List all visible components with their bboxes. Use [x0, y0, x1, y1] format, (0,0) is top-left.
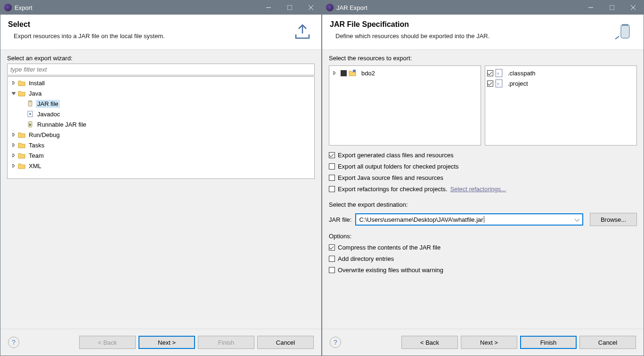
chevron-right-icon[interactable] [10, 131, 17, 138]
checkbox[interactable] [329, 256, 335, 262]
wizard-tree[interactable]: Install Java JAR file Javadoc Run [7, 76, 315, 179]
chevron-right-icon[interactable] [10, 80, 17, 86]
checkbox[interactable] [329, 267, 335, 273]
chevron-down-icon[interactable] [10, 90, 17, 97]
maximize-button[interactable] [279, 0, 300, 15]
folder-icon [18, 80, 25, 86]
resource-files[interactable]: X .classpath X .project [485, 65, 637, 146]
dialog-header: JAR File Specification Define which reso… [322, 15, 644, 50]
jar-file-combobox[interactable]: C:\Users\username\Desktop\JAVA\whatfile.… [355, 213, 583, 226]
chevron-right-icon[interactable] [10, 162, 17, 169]
close-button[interactable] [300, 0, 321, 15]
checkbox[interactable] [329, 152, 335, 158]
chevron-right-icon[interactable] [10, 142, 17, 148]
minimize-button[interactable] [258, 0, 279, 15]
javadoc-icon [26, 110, 34, 118]
browse-button[interactable]: Browse... [590, 213, 637, 226]
help-button[interactable]: ? [8, 337, 19, 348]
titlebar[interactable]: Export [0, 0, 321, 15]
resource-tree[interactable]: bdo2 [329, 65, 481, 146]
svg-rect-13 [621, 25, 629, 38]
export-window: Export Select Export resources into a JA… [0, 0, 322, 356]
checkbox[interactable] [329, 244, 335, 251]
jar-file-label: JAR file: [329, 216, 351, 223]
dialog-body: Select an export wizard: Install Java JA… [0, 50, 321, 329]
folder-icon [18, 90, 25, 97]
tree-item-run-debug[interactable]: Run/Debug [8, 129, 314, 140]
tree-item-javadoc[interactable]: Javadoc [8, 109, 314, 119]
filter-input[interactable] [7, 64, 315, 75]
svg-rect-1 [287, 5, 292, 10]
svg-rect-10 [610, 5, 614, 10]
header-description: Export resources into a JAR file on the … [14, 32, 291, 40]
header-title: Select [8, 20, 291, 29]
header-description: Define which resources should be exporte… [335, 32, 613, 40]
folder-icon [18, 152, 25, 159]
project-checkbox[interactable] [341, 70, 347, 76]
header-title: JAR File Specification [330, 20, 613, 29]
checkbox[interactable] [329, 186, 335, 192]
tree-item-java[interactable]: Java [8, 88, 314, 98]
window-title: Export [15, 4, 258, 11]
checkbox[interactable] [329, 175, 335, 181]
resources-label: Select the resources to export: [329, 55, 637, 62]
tree-item-xml[interactable]: XML [8, 161, 314, 171]
export-icon [291, 20, 314, 43]
xml-file-icon: X [495, 69, 503, 77]
next-button[interactable]: Next > [461, 336, 517, 349]
svg-point-7 [29, 113, 31, 115]
eclipse-icon [4, 4, 12, 11]
opt-export-output[interactable]: Export all output folders for checked pr… [329, 161, 637, 172]
runnable-jar-icon [26, 121, 34, 128]
dialog-header: Select Export resources into a JAR file … [0, 15, 321, 50]
tree-item-jar-file[interactable]: JAR file [8, 98, 314, 109]
opt-export-generated[interactable]: Export generated class files and resourc… [329, 149, 637, 161]
dialog-body: Select the resources to export: bdo2 X .… [322, 50, 644, 329]
wizard-label: Select an export wizard: [7, 55, 315, 62]
eclipse-icon [326, 4, 334, 11]
dialog-footer: ? < Back Next > Finish Cancel [322, 329, 644, 356]
opt-export-refactorings[interactable]: Export refactorings for checked projects… [329, 183, 637, 194]
tree-item-runnable-jar[interactable]: Runnable JAR file [8, 119, 314, 129]
file-classpath-row[interactable]: X .classpath [487, 68, 635, 78]
svg-rect-15 [353, 70, 356, 72]
opt-overwrite[interactable]: Overwrite existing files without warning [329, 264, 637, 275]
back-button[interactable]: < Back [79, 336, 136, 349]
opt-export-source[interactable]: Export Java source files and resources [329, 172, 637, 183]
tree-item-team[interactable]: Team [8, 150, 314, 161]
titlebar[interactable]: JAR Export [322, 0, 644, 15]
close-button[interactable] [622, 0, 644, 15]
window-title: JAR Export [336, 4, 580, 11]
file-checkbox[interactable] [487, 70, 493, 76]
file-project-row[interactable]: X .project [487, 78, 635, 89]
svg-text:X: X [497, 71, 499, 75]
file-checkbox[interactable] [487, 81, 493, 87]
chevron-right-icon[interactable] [10, 152, 17, 159]
xml-file-icon: X [495, 80, 503, 87]
svg-rect-14 [622, 24, 628, 26]
finish-button[interactable]: Finish [198, 336, 254, 349]
jar-wizard-icon [613, 20, 636, 43]
chevron-right-icon[interactable] [331, 70, 338, 76]
jar-icon [26, 100, 34, 107]
help-button[interactable]: ? [330, 337, 341, 348]
opt-add-dir[interactable]: Add directory entries [329, 253, 637, 264]
maximize-button[interactable] [601, 0, 622, 15]
checkbox[interactable] [329, 163, 335, 170]
next-button[interactable]: Next > [139, 336, 195, 349]
options-label: Options: [329, 233, 637, 240]
minimize-button[interactable] [580, 0, 601, 15]
project-icon [349, 69, 356, 77]
svg-text:X: X [497, 81, 499, 86]
cancel-button[interactable]: Cancel [579, 336, 636, 349]
resource-project-row[interactable]: bdo2 [331, 68, 479, 78]
opt-compress[interactable]: Compress the contents of the JAR file [329, 242, 637, 253]
select-refactorings-link[interactable]: Select refactorings... [450, 186, 506, 193]
dest-label: Select the export destination: [329, 201, 637, 208]
back-button[interactable]: < Back [401, 336, 458, 349]
chevron-down-icon[interactable] [575, 216, 579, 223]
finish-button[interactable]: Finish [520, 336, 577, 349]
tree-item-install[interactable]: Install [8, 78, 314, 88]
tree-item-tasks[interactable]: Tasks [8, 140, 314, 150]
cancel-button[interactable]: Cancel [257, 336, 314, 349]
